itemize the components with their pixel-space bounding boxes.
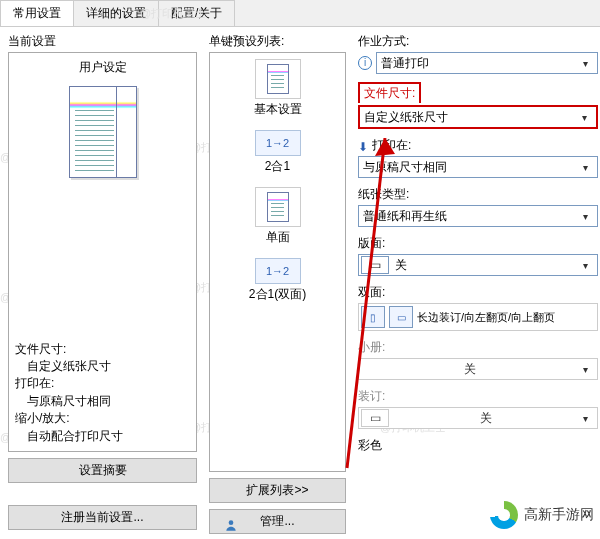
- booklet-label: 小册:: [358, 339, 598, 356]
- preset-2in1-label: 2合1: [265, 158, 290, 175]
- preset-2in1-duplex-label: 2合1(双面): [249, 286, 306, 303]
- binding-value: 关: [395, 410, 577, 427]
- svg-point-0: [229, 520, 234, 525]
- register-button[interactable]: 注册当前设置...: [8, 505, 197, 530]
- info-zoom-label: 缩小/放大:: [15, 410, 190, 427]
- jobtype-dropdown[interactable]: 普通打印 ▾: [376, 52, 598, 74]
- tab-common[interactable]: 常用设置: [0, 0, 74, 26]
- info-icon[interactable]: i: [358, 56, 372, 70]
- layout-icon: ▭: [361, 256, 389, 274]
- duplex-label: 双面:: [358, 284, 598, 301]
- chevron-down-icon: ▾: [577, 162, 593, 173]
- layout-dropdown[interactable]: ▭ 关 ▾: [358, 254, 598, 276]
- preset-single[interactable]: 单面: [255, 187, 301, 246]
- preset-basic[interactable]: 基本设置: [254, 59, 302, 118]
- person-icon: [224, 518, 238, 532]
- layout-value: 关: [395, 257, 577, 274]
- duplex-icon-a: ▯: [361, 306, 385, 328]
- page-preview: [69, 86, 137, 178]
- site-logo: 高新手游网: [490, 501, 594, 529]
- duplex-value: 长边装订/向左翻页/向上翻页: [417, 310, 595, 325]
- expand-list-button[interactable]: 扩展列表>>: [209, 478, 346, 503]
- down-arrow-icon: ⬇: [358, 140, 368, 154]
- preset-list-label: 单键预设列表:: [209, 33, 346, 50]
- papertype-dropdown[interactable]: 普通纸和再生纸 ▾: [358, 205, 598, 227]
- printon-value: 与原稿尺寸相同: [363, 159, 577, 176]
- chevron-down-icon: ▾: [577, 58, 593, 69]
- tab-config[interactable]: 配置/关于: [158, 0, 235, 26]
- duplex-dropdown[interactable]: ▯ ▭ 长边装订/向左翻页/向上翻页: [358, 303, 598, 331]
- info-printon-label: 打印在:: [15, 375, 190, 392]
- current-settings-box: 用户设定 文件尺寸: 自定义纸张尺寸 打印在: 与原稿尺寸相同 缩小/放大: 自…: [8, 52, 197, 452]
- binding-label: 装订:: [358, 388, 598, 405]
- chevron-down-icon: ▾: [576, 112, 592, 123]
- filesize-dropdown[interactable]: 自定义纸张尺寸 ▾: [358, 105, 598, 129]
- preset-2in1[interactable]: 1→2 2合1: [255, 130, 301, 175]
- info-filesize-value: 自定义纸张尺寸: [15, 358, 190, 375]
- filesize-value: 自定义纸张尺寸: [364, 109, 576, 126]
- jobtype-label: 作业方式:: [358, 33, 598, 50]
- binding-dropdown[interactable]: ▭ 关 ▾: [358, 407, 598, 429]
- logo-text: 高新手游网: [524, 506, 594, 524]
- printon-dropdown[interactable]: 与原稿尺寸相同 ▾: [358, 156, 598, 178]
- logo-icon: [490, 501, 518, 529]
- jobtype-value: 普通打印: [381, 55, 577, 72]
- preset-single-icon: [255, 187, 301, 227]
- preset-list-box: 基本设置 1→2 2合1 单面 1→2 2合1(双面): [209, 52, 346, 472]
- preset-2in1-duplex-icon: 1→2: [255, 258, 301, 284]
- preset-basic-icon: [255, 59, 301, 99]
- tab-bar: 常用设置 详细的设置 配置/关于: [0, 0, 600, 27]
- papertype-value: 普通纸和再生纸: [363, 208, 577, 225]
- user-setting-title: 用户设定: [15, 59, 190, 76]
- preset-2in1-icon: 1→2: [255, 130, 301, 156]
- preset-2in1-duplex[interactable]: 1→2 2合1(双面): [249, 258, 306, 303]
- printon-label: 打印在:: [372, 137, 411, 154]
- summary-button[interactable]: 设置摘要: [8, 458, 197, 483]
- duplex-icon-b: ▭: [389, 306, 413, 328]
- info-zoom-value: 自动配合打印尺寸: [15, 428, 190, 445]
- info-printon-value: 与原稿尺寸相同: [15, 393, 190, 410]
- papertype-label: 纸张类型:: [358, 186, 598, 203]
- preset-basic-label: 基本设置: [254, 101, 302, 118]
- current-settings-label: 当前设置: [8, 33, 197, 50]
- tab-detail[interactable]: 详细的设置: [73, 0, 159, 26]
- preset-single-label: 单面: [266, 229, 290, 246]
- chevron-down-icon: ▾: [577, 211, 593, 222]
- chevron-down-icon: ▾: [577, 364, 593, 375]
- booklet-value: 关: [363, 361, 577, 378]
- chevron-down-icon: ▾: [577, 260, 593, 271]
- info-filesize-label: 文件尺寸:: [15, 341, 190, 358]
- color-label: 彩色: [358, 437, 598, 454]
- settings-info: 文件尺寸: 自定义纸张尺寸 打印在: 与原稿尺寸相同 缩小/放大: 自动配合打印…: [15, 341, 190, 445]
- binding-icon: ▭: [361, 409, 389, 427]
- layout-label: 版面:: [358, 235, 598, 252]
- chevron-down-icon: ▾: [577, 413, 593, 424]
- filesize-label: 文件尺寸:: [358, 82, 598, 103]
- booklet-dropdown[interactable]: 关 ▾: [358, 358, 598, 380]
